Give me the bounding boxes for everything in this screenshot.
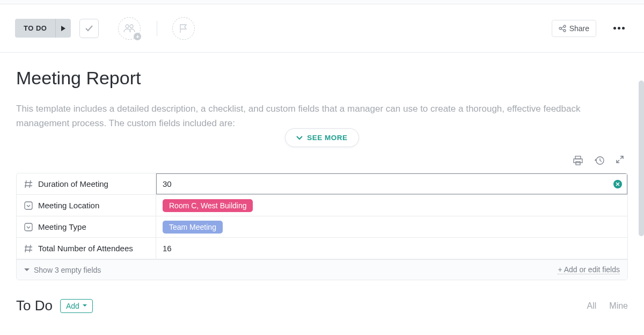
description-text: This template includes a detailed descri…: [16, 101, 606, 130]
svg-rect-10: [25, 223, 32, 231]
svg-point-0: [126, 25, 129, 28]
field-row-location[interactable]: Meeting Location Room C, West Building: [17, 195, 627, 216]
dropdown-icon: [24, 223, 33, 231]
field-label: Meeting Type: [17, 216, 156, 237]
complete-button[interactable]: [79, 19, 99, 38]
divider: [157, 21, 157, 36]
field-row-type[interactable]: Meeting Type Team Meeting: [17, 216, 627, 238]
status-next-button[interactable]: [55, 19, 71, 38]
tab-mine[interactable]: Mine: [609, 301, 628, 311]
status-button[interactable]: TO DO: [15, 19, 55, 38]
plus-badge-icon: +: [134, 33, 141, 40]
print-button[interactable]: [573, 156, 583, 165]
history-button[interactable]: [595, 156, 604, 165]
assignee-button[interactable]: +: [118, 17, 141, 40]
svg-rect-6: [574, 159, 582, 163]
field-label: Meeting Location: [17, 195, 156, 216]
svg-rect-7: [576, 162, 580, 165]
field-row-duration[interactable]: Duration of Meeting 30: [17, 173, 627, 195]
field-value[interactable]: Team Meeting: [156, 216, 627, 237]
field-label: Total Number of Attendees: [17, 238, 156, 259]
clear-value-button[interactable]: [613, 180, 622, 188]
expand-button[interactable]: [616, 156, 624, 165]
history-icon: [595, 156, 604, 165]
share-label: Share: [569, 24, 589, 33]
field-label: Duration of Meeting: [17, 173, 156, 194]
share-button[interactable]: Share: [552, 20, 596, 37]
custom-fields-table: Duration of Meeting 30 Meeting Location …: [16, 173, 628, 280]
add-edit-fields-link[interactable]: + Add or edit fields: [558, 265, 620, 274]
add-todo-button[interactable]: Add: [60, 299, 93, 313]
svg-rect-5: [575, 156, 581, 159]
svg-point-2: [559, 27, 561, 30]
chevron-down-icon: [296, 136, 303, 140]
printer-icon: [573, 156, 583, 165]
todo-section-title: To Do: [16, 297, 53, 314]
page-title: Meeting Report: [16, 68, 628, 89]
scrollbar[interactable]: [639, 81, 644, 236]
flag-icon: [179, 24, 188, 33]
caret-down-icon: [83, 304, 87, 307]
field-value[interactable]: 16: [156, 238, 627, 259]
tab-all[interactable]: All: [587, 301, 597, 311]
hash-icon: [24, 180, 33, 188]
play-icon: [61, 26, 65, 31]
dropdown-icon: [24, 201, 33, 210]
tag-location: Room C, West Building: [163, 199, 253, 212]
hash-icon: [24, 244, 33, 253]
check-icon: [85, 24, 93, 33]
priority-button[interactable]: [172, 17, 195, 40]
more-menu-button[interactable]: [609, 23, 629, 34]
field-value[interactable]: 30: [156, 173, 627, 194]
x-icon: [616, 182, 620, 186]
people-icon: [123, 24, 135, 33]
share-icon: [559, 25, 566, 32]
svg-point-3: [564, 25, 566, 27]
field-row-attendees[interactable]: Total Number of Attendees 16: [17, 238, 627, 259]
svg-point-4: [564, 30, 566, 32]
caret-down-icon: [24, 268, 30, 272]
tag-type: Team Meeting: [163, 221, 223, 234]
show-empty-fields-toggle[interactable]: Show 3 empty fields: [24, 265, 101, 274]
svg-rect-9: [25, 202, 32, 209]
expand-icon: [616, 156, 624, 163]
see-more-button[interactable]: SEE MORE: [285, 128, 358, 147]
field-value[interactable]: Room C, West Building: [156, 195, 627, 216]
status-selector[interactable]: TO DO: [15, 19, 71, 38]
svg-point-1: [130, 25, 133, 28]
